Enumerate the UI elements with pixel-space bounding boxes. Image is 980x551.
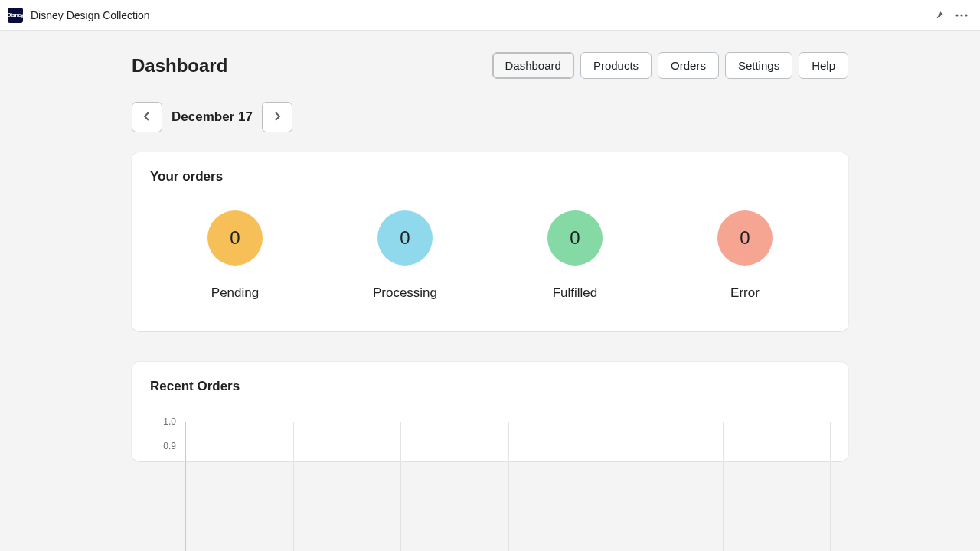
- svg-point-1: [960, 14, 962, 16]
- page-title: Dashboard: [132, 55, 227, 77]
- y-tick-1: 1.0: [163, 416, 176, 427]
- page-container: Dashboard Dashboard Products Orders Sett…: [132, 31, 848, 461]
- nav-settings[interactable]: Settings: [725, 52, 792, 79]
- recent-orders-title: Recent Orders: [150, 379, 830, 394]
- y-tick-09: 0.9: [163, 441, 176, 452]
- top-bar-right: [934, 10, 972, 21]
- vgrid: [616, 422, 616, 551]
- orders-card-title: Your orders: [150, 169, 830, 184]
- date-next-button[interactable]: [262, 102, 292, 132]
- stat-fulfilled-value: 0: [547, 210, 603, 266]
- orders-card: Your orders 0 Pending 0 Processing 0 Ful…: [132, 152, 848, 331]
- vgrid: [723, 422, 724, 551]
- recent-orders-card: Recent Orders 1.0 0.9: [132, 362, 848, 461]
- nav-help[interactable]: Help: [799, 52, 848, 79]
- nav-products[interactable]: Products: [580, 52, 652, 79]
- nav-dashboard[interactable]: Dashboard: [492, 52, 574, 79]
- chart-plot-area: [185, 422, 830, 551]
- nav-orders[interactable]: Orders: [658, 52, 719, 79]
- chevron-left-icon: [143, 111, 151, 124]
- stat-pending-label: Pending: [211, 285, 259, 301]
- nav-buttons: Dashboard Products Orders Settings Help: [492, 52, 849, 79]
- date-selector: December 17: [132, 102, 848, 132]
- stat-fulfilled[interactable]: 0 Fulfilled: [498, 210, 652, 301]
- date-label: December 17: [168, 109, 256, 125]
- vgrid: [508, 422, 509, 551]
- vgrid: [293, 422, 294, 551]
- top-bar: Disney Disney Design Collection: [0, 0, 980, 31]
- date-prev-button[interactable]: [132, 102, 162, 132]
- stat-pending-value: 0: [207, 210, 263, 266]
- top-bar-left: Disney Disney Design Collection: [8, 8, 150, 23]
- recent-orders-chart: 1.0 0.9: [150, 416, 830, 461]
- stat-processing[interactable]: 0 Processing: [328, 210, 482, 301]
- pin-icon[interactable]: [934, 10, 945, 21]
- svg-point-0: [956, 14, 958, 16]
- stat-error-label: Error: [730, 285, 760, 301]
- header-row: Dashboard Dashboard Products Orders Sett…: [132, 52, 848, 79]
- stat-error[interactable]: 0 Error: [668, 210, 822, 301]
- app-icon: Disney: [8, 8, 23, 23]
- svg-point-2: [965, 14, 967, 16]
- more-icon[interactable]: [956, 14, 968, 17]
- stat-pending[interactable]: 0 Pending: [158, 210, 312, 301]
- stat-processing-label: Processing: [373, 285, 437, 301]
- chevron-right-icon: [273, 111, 281, 124]
- vgrid: [830, 422, 831, 551]
- stat-error-value: 0: [717, 210, 773, 266]
- app-title: Disney Design Collection: [31, 9, 150, 21]
- vgrid: [400, 422, 401, 551]
- order-stats-row: 0 Pending 0 Processing 0 Fulfilled 0 Err…: [150, 210, 830, 301]
- stat-fulfilled-label: Fulfilled: [553, 285, 598, 301]
- stat-processing-value: 0: [377, 210, 433, 266]
